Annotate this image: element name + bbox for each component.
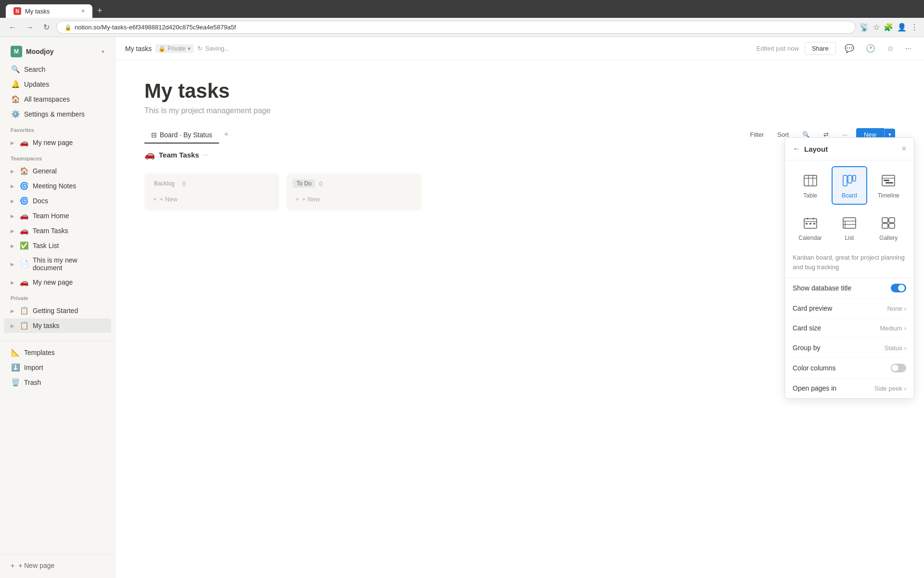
layout-option-gallery[interactable]: Gallery [871, 209, 906, 247]
sidebar-item-getting-started[interactable]: ▶ 📋 Getting Started [4, 303, 111, 318]
expand-getting-started-icon: ▶ [11, 308, 14, 314]
extension-icon[interactable]: 🧩 [884, 23, 893, 32]
sidebar-item-getting-started-label: Getting Started [33, 307, 104, 315]
tab-close-button[interactable]: × [81, 8, 85, 14]
add-view-button[interactable]: + [219, 127, 234, 143]
layout-option-list[interactable]: List [832, 209, 867, 247]
favorites-button[interactable]: ☆ [884, 42, 897, 55]
layout-panel-close-button[interactable]: × [902, 144, 906, 153]
forward-button[interactable]: → [23, 21, 37, 34]
board-area: 🚗 Team Tasks ··· Backlog 0 + + New [144, 149, 895, 210]
lock-badge[interactable]: 🔒 Private ▾ [155, 44, 193, 53]
star-icon[interactable]: ☆ [873, 23, 880, 32]
layout-options-grid: Table Board [785, 160, 914, 253]
layout-option-board[interactable]: Board [832, 166, 867, 205]
card-size-label: Card size [793, 324, 880, 332]
workspace-avatar: M [11, 46, 22, 57]
add-todo-card-button[interactable]: + + New [293, 194, 416, 205]
sidebar-item-meeting-notes[interactable]: ▶ 🌀 Meeting Notes [4, 179, 111, 193]
board-view-tab[interactable]: ⊟ Board · By Status [144, 127, 219, 144]
todo-count: 0 [319, 180, 322, 187]
sidebar-item-favorites-my-new-page[interactable]: ▶ 🚗 My new page [4, 135, 111, 150]
settings-icon: ⚙️ [11, 110, 20, 118]
sidebar-item-search[interactable]: 🔍 Search [4, 62, 111, 77]
sidebar-item-team-tasks[interactable]: ▶ 🚗 Team Tasks [4, 223, 111, 238]
show-db-title-toggle[interactable] [891, 284, 906, 292]
sidebar-item-templates[interactable]: 📐 Templates [4, 345, 111, 360]
filter-button[interactable]: Filter [745, 129, 769, 141]
sidebar-item-settings[interactable]: ⚙️ Settings & members [4, 107, 111, 121]
svg-rect-24 [882, 223, 888, 228]
sidebar-item-general[interactable]: ▶ 🏠 General [4, 164, 111, 178]
group-by-text: Status [885, 344, 902, 352]
sidebar-item-docs[interactable]: ▶ 🌀 Docs [4, 194, 111, 208]
layout-description: Kanban board, great for project planning… [785, 253, 914, 278]
layout-option-timeline[interactable]: Timeline [871, 166, 906, 205]
workspace-header[interactable]: M Moodjoy ▾ [4, 42, 111, 61]
group-by-label: Group by [793, 344, 885, 352]
profile-icon[interactable]: 👤 [897, 23, 907, 32]
sidebar-item-my-tasks[interactable]: ▶ 📋 My tasks [4, 318, 111, 333]
sidebar-item-import[interactable]: ⬇️ Import [4, 360, 111, 375]
board-section-header: 🚗 Team Tasks ··· [144, 149, 895, 160]
svg-rect-17 [813, 223, 815, 224]
sidebar-item-task-list[interactable]: ▶ ✅ Task List [4, 238, 111, 253]
open-pages-row: Open pages in Side peek › [793, 379, 906, 398]
sidebar-item-trash[interactable]: 🗑️ Trash [4, 375, 111, 390]
svg-rect-0 [804, 175, 817, 186]
card-preview-value[interactable]: None › [887, 305, 906, 312]
updates-button[interactable]: 🕐 [863, 42, 878, 55]
add-backlog-card-button[interactable]: + + New [150, 194, 273, 205]
sidebar-item-my-tasks-label: My tasks [33, 322, 104, 329]
teamspaces-section-title: Teamspaces [4, 152, 111, 163]
open-pages-value[interactable]: Side peek › [874, 385, 906, 392]
layout-option-table[interactable]: Table [793, 166, 828, 205]
lock-chevron-icon: ▾ [188, 45, 191, 52]
address-bar[interactable]: 🔒 notion.so/My-tasks-e6f34988812d420c875… [56, 21, 856, 34]
timeline-layout-icon [879, 172, 898, 189]
sidebar-item-task-list-label: Task List [33, 242, 104, 250]
add-backlog-label: + New [160, 196, 178, 203]
group-by-value[interactable]: Status › [885, 344, 906, 352]
sidebar-item-docs-label: Docs [33, 197, 104, 205]
sidebar-item-general-label: General [33, 167, 104, 175]
sidebar-item-new-document[interactable]: ▶ 📄 This is my new document [4, 253, 111, 275]
color-columns-toggle[interactable] [891, 364, 906, 372]
card-preview-row: Card preview None › [793, 299, 906, 318]
svg-rect-5 [848, 175, 852, 183]
board-group-menu-button[interactable]: ··· [203, 151, 209, 158]
sidebar-item-my-new-page2[interactable]: ▶ 🚗 My new page [4, 275, 111, 289]
share-button[interactable]: Share [805, 42, 836, 55]
list-layout-label: List [845, 235, 854, 241]
open-pages-label: Open pages in [793, 384, 874, 392]
url-text: notion.so/My-tasks-e6f34988812d420c875c9… [75, 24, 236, 31]
more-options-button[interactable]: ··· [902, 42, 914, 55]
menu-icon[interactable]: ⋮ [911, 23, 918, 32]
sidebar-item-updates[interactable]: 🔔 Updates [4, 77, 111, 92]
card-size-value[interactable]: Medium › [880, 325, 906, 332]
comments-button[interactable]: 💬 [842, 42, 857, 55]
sidebar-item-team-home[interactable]: ▶ 🚗 Team Home [4, 209, 111, 223]
expand-general-icon: ▶ [11, 169, 14, 174]
workspace-name: Moodjoy [26, 48, 54, 55]
sidebar-item-all-teamspaces[interactable]: 🏠 All teamspaces [4, 92, 111, 106]
board-columns: Backlog 0 + + New To Do 0 [144, 166, 895, 210]
board-view-tab-label: Board · By Status [160, 131, 212, 139]
svg-rect-23 [889, 218, 895, 223]
sidebar-item-team-tasks-label: Team Tasks [33, 227, 104, 235]
sidebar-bottom: + + New page [0, 554, 115, 578]
new-page-button[interactable]: + + New page [4, 558, 111, 573]
calendar-layout-icon [801, 214, 820, 232]
tab-title: My tasks [25, 8, 50, 15]
layout-option-calendar[interactable]: Calendar [793, 209, 828, 247]
backlog-count: 0 [182, 180, 186, 187]
new-tab-button[interactable]: + [93, 4, 106, 18]
browser-tab-active[interactable]: N My tasks × [6, 4, 92, 18]
refresh-button[interactable]: ↻ [40, 21, 52, 34]
my-new-page-icon: 🚗 [19, 138, 29, 147]
group-by-row: Group by Status › [793, 338, 906, 358]
layout-panel-back-button[interactable]: ← [793, 144, 800, 153]
back-button[interactable]: ← [6, 21, 19, 34]
svg-rect-15 [806, 223, 808, 224]
cast-icon[interactable]: 📡 [860, 23, 869, 32]
